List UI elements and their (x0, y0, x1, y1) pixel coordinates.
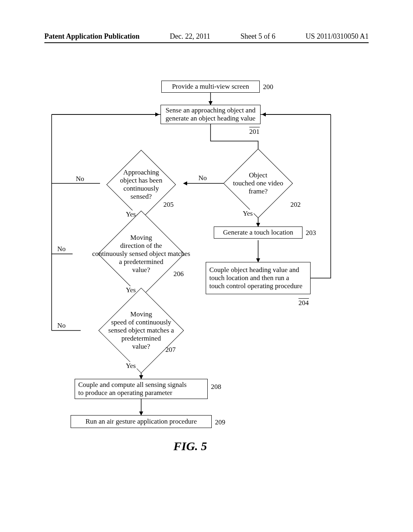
ref-205: 205 (163, 201, 174, 209)
header-date: Dec. 22, 2011 (170, 32, 210, 41)
decision-202: Object touched one video frame? (220, 161, 296, 206)
decision-206-text: Moving direction of the continuously sen… (92, 234, 190, 274)
figure-label: FIG. 5 (173, 439, 207, 453)
header-title: Patent Application Publication (44, 32, 140, 41)
edge-206-no: No (56, 245, 67, 253)
ref-204: 204 (298, 298, 309, 307)
ref-202: 202 (290, 201, 301, 209)
step-209: Run an air gesture application procedure (71, 415, 212, 428)
header-sheet: Sheet 5 of 6 (240, 32, 275, 41)
step-208-text: Couple and compute all sensing signals t… (78, 381, 187, 397)
step-200-text: Provide a multi-view screen (172, 83, 249, 91)
decision-206: Moving direction of the continuously sen… (67, 226, 216, 282)
step-203-text: Generate a touch location (223, 229, 293, 237)
edge-202-no: No (198, 174, 208, 182)
ref-208: 208 (211, 383, 221, 391)
step-201-text: Sense an approaching object and generate… (166, 106, 256, 123)
decision-207: Moving speed of continuously sensed obje… (75, 302, 208, 359)
edge-207-no: No (56, 322, 67, 330)
step-204: Couple object heading value and touch lo… (206, 262, 311, 294)
page: Patent Application Publication Dec. 22, … (0, 0, 413, 532)
ref-203: 203 (306, 229, 316, 237)
ref-201: 201 (249, 127, 260, 136)
decision-205-text: Approaching object has been continuously… (120, 168, 163, 201)
step-203: Generate a touch location (214, 227, 302, 239)
header-rule (44, 42, 369, 43)
header-pubno: US 2011/0310050 A1 (306, 32, 369, 41)
edge-206-yes: Yes (125, 286, 137, 294)
step-204-text: Couple object heading value and touch lo… (209, 266, 302, 290)
edge-207-yes: Yes (125, 362, 137, 370)
step-209-text: Run an air gesture application procedure (86, 418, 197, 426)
ref-209: 209 (215, 418, 225, 426)
decision-202-text: Object touched one video frame? (233, 171, 284, 195)
edge-202-yes: Yes (242, 210, 254, 218)
ref-200: 200 (263, 83, 273, 91)
step-208: Couple and compute all sensing signals t… (75, 379, 208, 399)
edge-205-no: No (75, 175, 85, 183)
step-201: Sense an approaching object and generate… (161, 105, 261, 124)
decision-207-text: Moving speed of continuously sensed obje… (108, 310, 174, 351)
step-200: Provide a multi-view screen (161, 81, 260, 93)
page-header: Patent Application Publication Dec. 22, … (0, 32, 413, 42)
